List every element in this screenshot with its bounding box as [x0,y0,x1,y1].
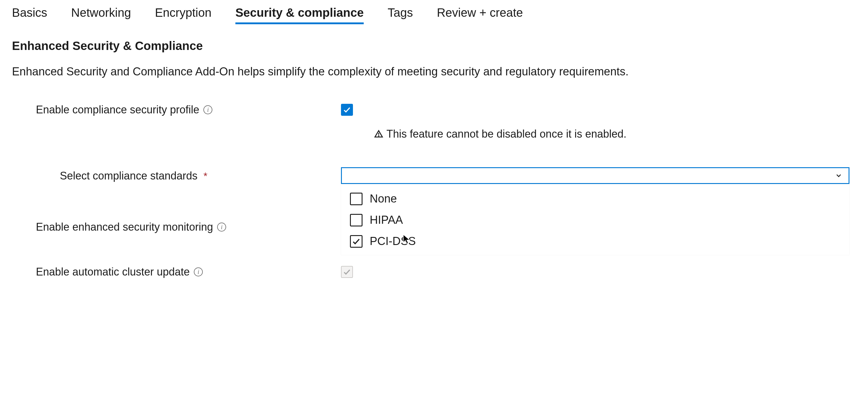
option-hipaa[interactable]: HIPAA [341,209,849,231]
auto-update-label: Enable automatic cluster update [36,266,190,278]
info-icon[interactable] [204,105,212,114]
tab-security-compliance[interactable]: Security & compliance [236,6,364,24]
enable-profile-checkbox[interactable] [341,104,353,116]
tab-label: Encryption [155,6,212,19]
option-label: PCI-DSS [370,235,416,248]
compliance-standards-label: Select compliance standards [60,170,197,182]
tab-review-create[interactable]: Review + create [437,6,523,24]
compliance-standards-select[interactable] [341,167,849,184]
warning-icon [374,129,383,139]
profile-warning: This feature cannot be disabled once it … [374,128,856,140]
tab-label: Review + create [437,6,523,19]
svg-point-1 [378,136,379,137]
option-checkbox [350,214,363,227]
warning-text: This feature cannot be disabled once it … [386,128,627,140]
option-checkbox [350,235,363,248]
section-description: Enhanced Security and Compliance Add-On … [12,63,819,80]
required-indicator: * [204,170,207,182]
tab-encryption[interactable]: Encryption [155,6,212,24]
option-label: None [370,192,397,205]
tab-basics[interactable]: Basics [12,6,47,24]
compliance-standards-dropdown: None HIPAA PCI-DSS [341,184,849,255]
enhanced-monitoring-label: Enable enhanced security monitoring [36,221,213,233]
chevron-down-icon [835,172,843,179]
enable-profile-label: Enable compliance security profile [36,103,199,116]
option-label: HIPAA [370,214,403,227]
tab-bar: Basics Networking Encryption Security & … [12,6,856,24]
info-icon[interactable] [194,267,203,276]
tab-networking[interactable]: Networking [71,6,131,24]
info-icon[interactable] [217,222,226,232]
option-pci-dss[interactable]: PCI-DSS [341,231,849,252]
auto-update-checkbox [341,266,353,278]
tab-label: Tags [388,6,413,19]
tab-label: Basics [12,6,47,19]
tab-label: Security & compliance [236,6,364,19]
section-title: Enhanced Security & Compliance [12,39,856,53]
option-none[interactable]: None [341,188,849,209]
tab-label: Networking [71,6,131,19]
option-checkbox [350,193,363,205]
tab-tags[interactable]: Tags [388,6,413,24]
